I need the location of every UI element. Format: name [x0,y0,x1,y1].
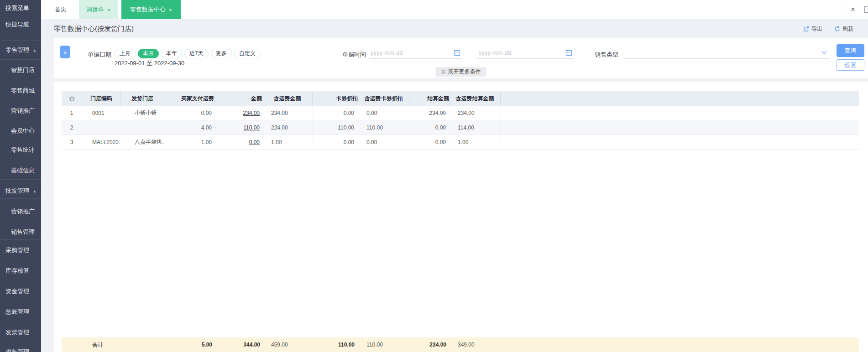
table-row[interactable]: 3 MALL2022... 八点半烧烤... 1.00 0.00 1.00 0.… [62,135,859,150]
sidebar-item-inventory-accounting[interactable]: 库存核算 [0,266,41,275]
tab-retail-data-center[interactable]: 零售数据中心 × [121,0,181,19]
cell-coupon-discount: 0.00 [313,135,358,149]
column-header-amount[interactable]: 金额 [214,91,262,106]
data-table-panel: 门店编码 发货门店 买家支付运费 金额 含运费金额 卡券折扣 含运费卡券折扣 结… [54,82,868,352]
column-header-settlement[interactable]: 结算金额 [409,91,450,106]
double-chevron-down-icon [441,69,446,74]
date-option-last-month[interactable]: 上月 [115,49,136,58]
sidebar-item-marketing[interactable]: 营销推广 [0,106,41,115]
settings-button[interactable]: 设置 [837,59,864,71]
sidebar-item-label: 会员中心 [11,127,35,134]
sidebar-item-label: 零售统计 [11,146,35,153]
sidebar-item-funds-mgmt[interactable]: 资金管理 [0,287,41,296]
date-option-last-7-days[interactable]: 近7天 [184,49,209,58]
sidebar-item-label: 批发管理 [5,187,29,194]
tab-home[interactable]: 首页 [44,0,78,19]
sidebar-item-member-center[interactable]: 会员中心 [0,126,41,135]
cell-amount: 0.00 [214,135,262,149]
refresh-button[interactable]: 刷新 [834,25,853,33]
date-range-separator: — [465,50,471,57]
date-option-more[interactable]: 更多 [211,49,232,58]
sidebar-item-retail-stats[interactable]: 零售统计 [0,145,41,155]
sidebar-item-search-menu[interactable]: 搜索菜单 [0,4,41,13]
cell-buyer-shipping: 0.00 [164,106,214,120]
calendar-icon[interactable] [454,49,460,56]
amount-link[interactable]: 110.00 [243,124,260,131]
cell-settlement-with-shipping: 1.00 [450,135,501,149]
table-row[interactable]: 2 4.00 110.00 224.00 110.00 110.00 0.00 … [62,120,859,135]
column-header-store-code[interactable]: 门店编码 [82,91,121,106]
expand-more-filters-label: 展开更多条件 [448,68,481,76]
column-settings-button[interactable] [62,91,82,106]
export-button[interactable]: 导出 [803,25,822,33]
sidebar-divider [0,198,41,199]
row-index: 3 [62,135,82,149]
sale-type-select[interactable] [623,47,830,59]
sidebar-item-label: 营销推广 [11,208,35,215]
sidebar-group-retail-mgmt[interactable]: 零售管理▲ [0,46,41,55]
column-header-filler [501,91,859,106]
app-root: { "sidebar": { "items": [ { "label": "搜索… [0,0,868,352]
refresh-icon [834,26,840,32]
query-button[interactable]: 查询 [837,44,864,57]
sidebar: 搜索菜单 快捷导航 零售管理▲ 智慧门店 零售商城 营销推广 会员中心 零售统计… [0,0,41,352]
summary-amount-with-shipping: 459.00 [262,337,313,352]
sidebar-item-general-ledger[interactable]: 总账管理 [0,307,41,316]
sidebar-item-quick-nav[interactable]: 快捷导航 [0,20,41,29]
summary-ship-store [121,337,164,352]
amount-link[interactable]: 0.00 [249,139,260,145]
sidebar-item-label: 基础信息 [11,167,35,174]
table-row[interactable]: 1 0001 小畅小畅 0.00 234.00 234.00 0.00 0.00… [62,106,859,120]
collapse-panel-button[interactable]: » [60,46,70,58]
amount-link[interactable]: 234.00 [243,110,260,116]
cell-coupon-discount: 0.00 [313,106,358,120]
date-option-this-month[interactable]: 本月 [138,49,159,58]
tab-close-icon[interactable]: × [107,7,111,13]
gear-icon [68,95,75,102]
column-header-ship-store[interactable]: 发货门店 [121,91,164,106]
sidebar-item-basic-info[interactable]: 基础信息 [0,166,41,175]
sidebar-group-wholesale-mgmt[interactable]: 批发管理▲ [0,186,41,196]
date-option-custom[interactable]: 自定义 [234,49,261,58]
sidebar-item-smart-store[interactable]: 智慧门店 [0,66,41,75]
cell-ship-store: 小畅小畅 [121,106,164,120]
sidebar-item-label: 库存核算 [5,267,29,274]
column-header-settlement-with-shipping[interactable]: 含运费结算金额 [450,91,501,106]
cell-amount-with-shipping: 1.00 [262,135,313,149]
data-table: 门店编码 发货门店 买家支付运费 金额 含运费金额 卡券折扣 含运费卡券折扣 结… [62,91,859,150]
column-header-amount-with-shipping[interactable]: 含运费金额 [262,91,313,106]
summary-buyer-shipping: 5.00 [164,337,214,352]
sidebar-item-tax-mgmt[interactable]: 税务管理 [0,347,41,352]
calendar-icon[interactable] [565,49,572,56]
sidebar-item-wholesale-marketing[interactable]: 营销推广 [0,207,41,216]
sidebar-divider [0,239,41,240]
tab-close-icon[interactable]: × [169,7,173,13]
sidebar-item-label: 资金管理 [5,288,29,295]
start-date-input[interactable]: yyyy-mm-dd [369,47,462,59]
cell-settlement-with-shipping: 114.00 [450,120,501,135]
sidebar-item-label: 营销推广 [11,107,35,114]
expand-more-filters-button[interactable]: 展开更多条件 [436,67,486,77]
sidebar-item-sales-mgmt[interactable]: 销售管理 [0,228,41,237]
sidebar-item-label: 采购管理 [5,247,29,254]
date-option-this-year[interactable]: 本年 [161,49,182,58]
end-date-placeholder: yyyy-mm-dd [479,49,565,56]
column-header-buyer-shipping[interactable]: 买家支付运费 [164,91,214,106]
sidebar-item-label: 快捷导航 [5,21,29,28]
fullscreen-icon[interactable] [864,6,868,13]
column-header-coupon-with-shipping[interactable]: 含运费卡券折扣 [358,91,409,106]
cell-store-code [82,120,121,135]
sidebar-item-purchase-mgmt[interactable]: 采购管理 [0,246,41,255]
sidebar-item-retail-mall[interactable]: 零售商城 [0,86,41,95]
tab-transfer-order[interactable]: 调拨单 × [79,0,118,19]
sidebar-item-invoice-mgmt[interactable]: 发票管理 [0,328,41,337]
window-close-button[interactable]: × [846,0,860,19]
column-header-coupon-discount[interactable]: 卡券折扣 [313,91,358,106]
end-date-input[interactable]: yyyy-mm-dd [477,47,574,59]
sidebar-item-label: 零售商城 [11,87,35,94]
cell-settlement: 0.00 [409,120,450,135]
cell-settlement-with-shipping: 234.00 [450,106,501,120]
cell-amount-with-shipping: 234.00 [262,106,313,120]
summary-settlement: 234.00 [409,337,450,352]
page-title: 零售数据中心(按发货门店) [54,25,134,33]
